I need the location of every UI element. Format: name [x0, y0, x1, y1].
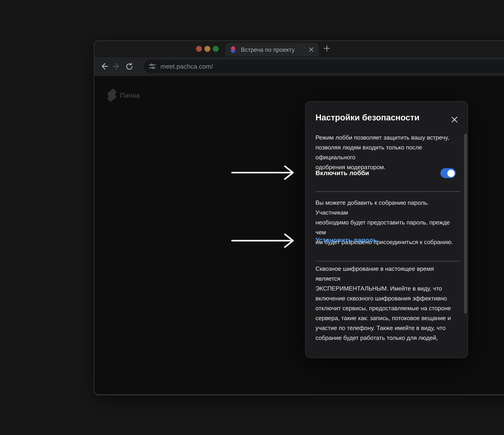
back-arrow-icon	[99, 62, 108, 70]
tab-close-icon[interactable]	[307, 46, 315, 53]
lobby-toggle-label: Включить лобби	[315, 169, 369, 176]
new-tab-button[interactable]	[323, 45, 330, 52]
forward-button[interactable]	[110, 62, 123, 70]
pachca-logo-icon	[107, 89, 117, 101]
address-bar[interactable]: meet.pachca.com/	[144, 60, 504, 73]
pachca-logo: Пачка	[107, 89, 140, 101]
close-icon	[450, 116, 458, 123]
tab-active[interactable]: Встреча по проекту	[225, 43, 319, 56]
lobby-toggle[interactable]	[441, 168, 456, 178]
e2ee-description: Сквозное шифрование в настоящее время яв…	[306, 264, 450, 341]
security-settings-dialog: Настройки безопасности Режим лобби позво…	[305, 101, 468, 358]
back-button[interactable]	[97, 62, 110, 70]
lobby-description: Режим лобби позволяет защитить вашу встр…	[306, 133, 450, 172]
dialog-scroll-area: Режим лобби позволяет защитить вашу встр…	[306, 130, 465, 341]
tab-strip: .tl{top:9.5px!important;} Встреча по про…	[94, 41, 504, 56]
section-divider	[315, 191, 460, 192]
toggle-knob	[447, 169, 454, 177]
dialog-scrollbar-thumb[interactable]	[464, 134, 467, 314]
forward-arrow-icon	[112, 62, 121, 70]
section-divider	[315, 261, 460, 261]
reload-button[interactable]	[123, 62, 136, 70]
set-password-link[interactable]: Установить пароль	[315, 236, 377, 244]
reload-icon	[126, 62, 133, 70]
dialog-close-button[interactable]	[449, 114, 459, 124]
traffic-light-close[interactable]	[196, 46, 202, 52]
lobby-toggle-row: Включить лобби	[315, 168, 459, 178]
site-settings-icon[interactable]	[149, 63, 156, 70]
pachca-logo-text: Пачка	[120, 91, 140, 99]
traffic-light-zoom[interactable]	[213, 46, 219, 52]
tab-title: Встреча по проекту	[241, 46, 307, 53]
screenshot-root: .tl{top:9.5px!important;} Встреча по про…	[0, 0, 504, 435]
url-text: meet.pachca.com/	[161, 63, 504, 70]
browser-toolbar: meet.pachca.com/ Incognito Relaunch to u…	[94, 56, 504, 76]
dialog-title: Настройки безопасности	[315, 113, 420, 123]
traffic-light-minimize[interactable]	[204, 46, 210, 52]
pachca-favicon-icon	[229, 46, 237, 53]
